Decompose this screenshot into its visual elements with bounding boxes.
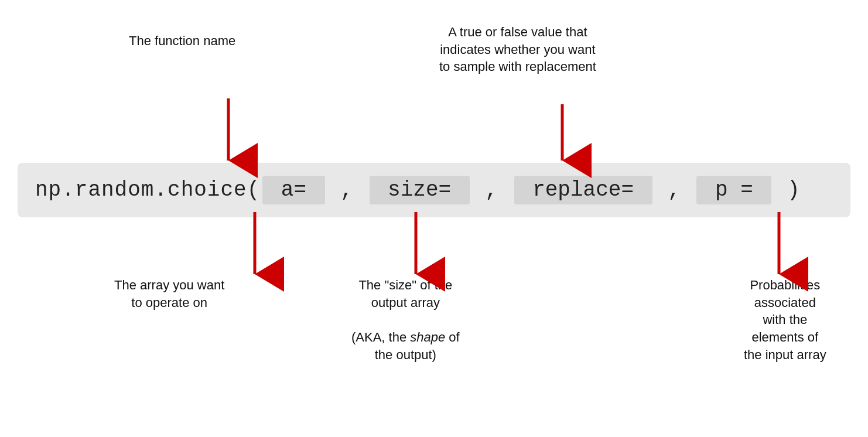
code-param-p: p = — [696, 176, 771, 204]
code-prefix: np.random.choice( — [35, 178, 260, 202]
code-param-a: a= — [262, 176, 324, 204]
annotation-size: The "size" of theoutput array(AKA, the s… — [351, 276, 460, 363]
arrows-svg — [0, 0, 868, 437]
code-param-replace: replace= — [514, 176, 652, 204]
code-sep2: , — [472, 178, 512, 202]
code-block: np.random.choice( a= , size= , replace= … — [18, 163, 850, 217]
code-sep1: , — [327, 178, 367, 202]
annotation-function-name: The function name — [129, 32, 235, 50]
annotation-array: The array you wantto operate on — [114, 276, 224, 311]
code-param-size: size= — [370, 176, 470, 204]
code-suffix: ) — [774, 178, 800, 202]
annotation-replace: A true or false value thatindicates whet… — [439, 23, 596, 76]
annotation-probabilities: Probabilitiesassociatedwith theelements … — [744, 276, 826, 363]
code-sep3: , — [655, 178, 695, 202]
diagram-container: np.random.choice( a= , size= , replace= … — [0, 0, 868, 437]
